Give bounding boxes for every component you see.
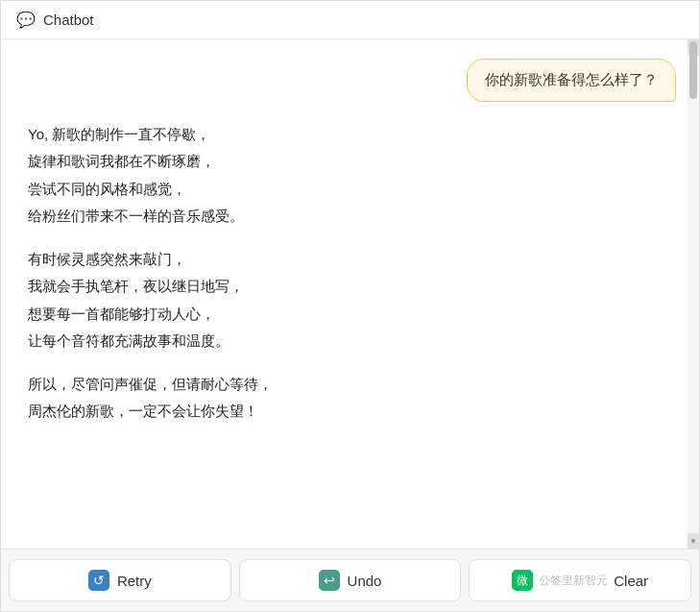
bot-paragraph-3: 所以，尽管问声催促，但请耐心等待，周杰伦的新歌，一定不会让你失望！ — [28, 371, 672, 426]
user-bubble: 你的新歌准备得怎么样了？ — [467, 59, 676, 102]
watermark-text: 公签里新智元 — [539, 573, 608, 589]
undo-icon: ↩ — [319, 570, 340, 591]
scrollbar-thumb[interactable] — [689, 41, 697, 99]
footer: ↺ Retry ↩ Undo 微 公签里新智元 Clear — [1, 549, 699, 611]
scrollbar-arrow-down[interactable]: ▼ — [688, 533, 699, 549]
bot-paragraph-2: 有时候灵感突然来敲门，我就会手执笔杆，夜以继日地写，想要每一首都能够打动人心，让… — [28, 246, 672, 355]
retry-button[interactable]: ↺ Retry — [9, 559, 231, 601]
user-message-row: 你的新歌准备得怎么样了？ — [24, 59, 676, 102]
clear-content: 微 公签里新智元 Clear — [512, 570, 648, 591]
retry-label: Retry — [117, 573, 152, 589]
undo-label: Undo — [348, 573, 382, 589]
wechat-icon: 微 — [512, 570, 533, 591]
scrollbar-track: ▲ ▼ — [688, 39, 699, 549]
chatbot-icon: 💬 — [16, 11, 36, 29]
header: 💬 Chatbot — [1, 1, 699, 39]
clear-button[interactable]: 微 公签里新智元 Clear — [469, 559, 691, 601]
bot-response: Yo, 新歌的制作一直不停歇，旋律和歌词我都在不断琢磨，尝试不同的风格和感觉，给… — [24, 121, 676, 426]
retry-icon: ↺ — [88, 570, 109, 591]
header-title: Chatbot — [43, 12, 94, 28]
chat-area[interactable]: 你的新歌准备得怎么样了？ Yo, 新歌的制作一直不停歇，旋律和歌词我都在不断琢磨… — [1, 39, 699, 549]
undo-button[interactable]: ↩ Undo — [239, 559, 462, 601]
bot-paragraph-1: Yo, 新歌的制作一直不停歇，旋律和歌词我都在不断琢磨，尝试不同的风格和感觉，给… — [28, 121, 672, 231]
clear-label: Clear — [614, 573, 648, 589]
app-container: 💬 Chatbot 你的新歌准备得怎么样了？ Yo, 新歌的制作一直不停歇，旋律… — [0, 0, 700, 612]
